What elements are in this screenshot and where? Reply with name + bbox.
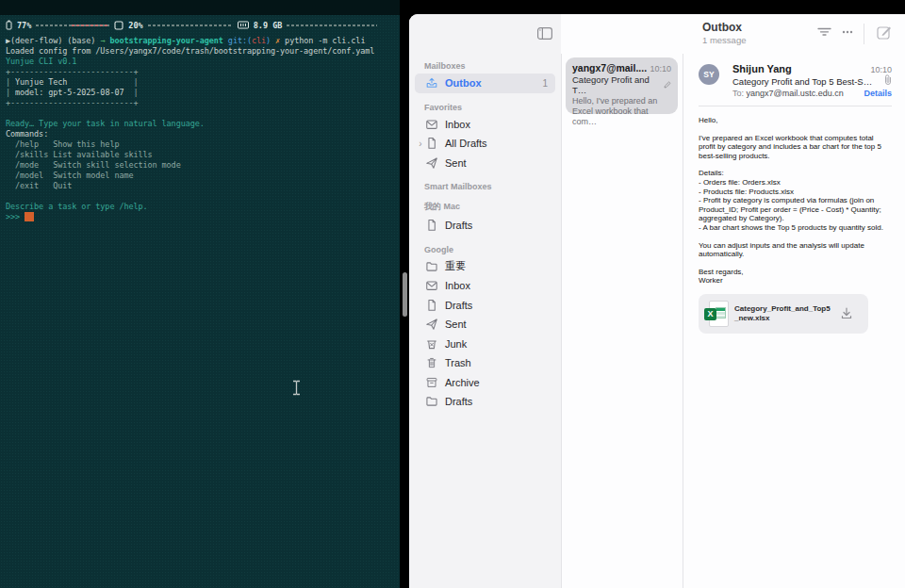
avatar: SY [699, 64, 719, 85]
sidebar-item-label: Drafts [445, 396, 555, 407]
sidebar-item-sent-favorites[interactable]: Sent [415, 154, 555, 173]
screen: 77% 20% 8.9 GB ▶(deer-flow) (base) → boo… [0, 0, 905, 588]
inbox-icon [424, 118, 439, 131]
cpu-percent: 20% [128, 21, 142, 30]
mail-sidebar: MailboxesOutbox1FavoritesInbox›All Draft… [409, 14, 561, 588]
message-to-row: To: yangx7@mail.ustc.edu.cn [732, 89, 844, 98]
sidebar-item-label: Outbox [445, 77, 542, 89]
excel-file-icon: X [704, 300, 729, 328]
sidebar-item-label: Drafts [445, 300, 555, 311]
body-paragraph: Hello, [699, 116, 892, 125]
mailbox-message-count: 1 message [702, 35, 806, 45]
body-paragraph: You can adjust inputs and the analysis w… [699, 241, 892, 259]
message-sender: Shijun Yang [732, 63, 792, 74]
sidebar-item-label: Sent [445, 318, 555, 330]
message-list-item[interactable]: yangx7@mail.... 10:10 Category Profit an… [566, 57, 678, 114]
inbox-icon [424, 279, 439, 292]
list-item-preview: Hello, I've prepared an Excel workbook t… [572, 96, 671, 127]
sidebar-item-drafts-folder[interactable]: Drafts [415, 392, 555, 412]
unread-count-badge: 1 [542, 78, 548, 89]
details-link[interactable]: Details [864, 89, 892, 98]
text-cursor-icon [291, 380, 302, 396]
folder-icon [424, 395, 439, 408]
sidebar-item-inbox-favorites[interactable]: Inbox [415, 115, 555, 135]
body-paragraph: I've prepared an Excel workbook that com… [699, 134, 892, 161]
sidebar-section-header: Google [424, 245, 561, 254]
message-header: SY Shijun Yang 10:10 Category Profit and… [683, 54, 905, 98]
sidebar-item-important[interactable]: 重要 [415, 257, 555, 277]
draft-pencil-icon [664, 81, 671, 89]
sidebar-item-label: Archive [445, 377, 555, 388]
battery-icon [6, 20, 12, 30]
sidebar-item-archive[interactable]: Archive [415, 373, 555, 393]
memory-meter [287, 24, 377, 26]
sidebar-item-label: All Drafts [445, 138, 555, 149]
message-time: 10:10 [870, 65, 892, 74]
header-separator [699, 106, 892, 106]
sidebar-item-label: Trash [445, 357, 555, 368]
sidebar-item-inbox-google[interactable]: Inbox [415, 276, 555, 296]
sidebar-item-label: Sent [445, 157, 555, 169]
mail-window: MailboxesOutbox1FavoritesInbox›All Draft… [409, 14, 905, 588]
sidebar-section-header: Mailboxes [424, 61, 561, 71]
battery-percent: 77% [17, 21, 31, 30]
sent-icon [424, 156, 439, 170]
sidebar-item-outbox[interactable]: Outbox1 [415, 74, 555, 93]
more-options-icon[interactable] [841, 27, 854, 37]
sidebar-section-header: 我的 Mac [424, 201, 561, 213]
attachment-filename: Category_Profit_and_Top5_new.xlsx [734, 304, 832, 323]
filter-icon[interactable] [817, 25, 831, 38]
archive-icon [424, 376, 439, 389]
sidebar-item-drafts-google[interactable]: Drafts [415, 296, 555, 316]
body-paragraph: Best regards, Worker [699, 268, 892, 286]
message-subject: Category Profit and Top 5 Best-S… [732, 76, 872, 87]
body-paragraph: Details: - Orders file: Orders.xlsx - Pr… [699, 169, 892, 232]
mailbox-title-block: Outbox 1 message [702, 21, 806, 45]
sidebar-item-label: 重要 [445, 259, 555, 273]
cpu-meter [148, 24, 233, 26]
sidebar-item-trash[interactable]: Trash [415, 353, 555, 373]
doc-icon [424, 299, 439, 312]
sent-icon [424, 318, 439, 331]
sidebar-item-drafts-local[interactable]: Drafts [415, 216, 555, 236]
compose-icon[interactable] [877, 25, 892, 40]
sidebar-toggle-icon[interactable] [537, 27, 552, 40]
sidebar-item-sent-google[interactable]: Sent [415, 315, 555, 335]
terminal-status-bar: 77% 20% 8.9 GB [6, 19, 396, 31]
message-body: Hello,I've prepared an Excel workbook th… [699, 116, 892, 286]
message-list: yangx7@mail.... 10:10 Category Profit an… [561, 54, 683, 588]
cpu-icon [114, 21, 123, 30]
memory-icon [238, 21, 249, 29]
sidebar-item-all-drafts[interactable]: ›All Drafts [415, 134, 555, 154]
mailbox-title: Outbox [702, 21, 806, 34]
mail-toolbar: Outbox 1 message » [561, 14, 905, 54]
paperclip-icon [884, 74, 892, 85]
list-item-subject: Category Profit and T… [572, 74, 664, 95]
terminal-top-strip [0, 0, 400, 15]
folder-icon [424, 260, 439, 273]
junk-icon [424, 337, 439, 351]
toolbar-divider [864, 24, 864, 44]
recipient-address: yangx7@mail.ustc.edu.cn [747, 89, 844, 98]
chevron-right-icon[interactable]: › [417, 139, 424, 149]
doc-icon [424, 137, 439, 150]
sidebar-section-header: Favorites [424, 103, 561, 112]
sidebar-section-header: Smart Mailboxes [424, 182, 561, 191]
sidebar-item-label: Drafts [445, 220, 555, 231]
memory-amount: 8.9 GB [254, 21, 283, 30]
sidebar-item-label: Inbox [445, 280, 555, 291]
list-item-time: 10:10 [650, 64, 671, 74]
download-attachment-icon[interactable] [838, 305, 855, 322]
battery-meter [36, 24, 109, 26]
attachment-chip[interactable]: X Category_Profit_and_Top5_new.xlsx [699, 294, 868, 334]
terminal-window[interactable]: 77% 20% 8.9 GB ▶(deer-flow) (base) → boo… [0, 0, 400, 588]
list-item-sender: yangx7@mail.... [572, 62, 647, 74]
terminal-output: ▶(deer-flow) (base) → bootstrapping-your… [6, 36, 396, 222]
sidebar-item-label: Junk [445, 338, 555, 350]
sidebar-item-label: Inbox [445, 119, 555, 130]
terminal-scrollbar[interactable] [403, 272, 407, 317]
reading-pane: SY Shijun Yang 10:10 Category Profit and… [683, 54, 905, 588]
sidebar-item-junk[interactable]: Junk [415, 335, 555, 354]
trash-icon [424, 356, 439, 369]
outbox-icon [424, 76, 439, 90]
